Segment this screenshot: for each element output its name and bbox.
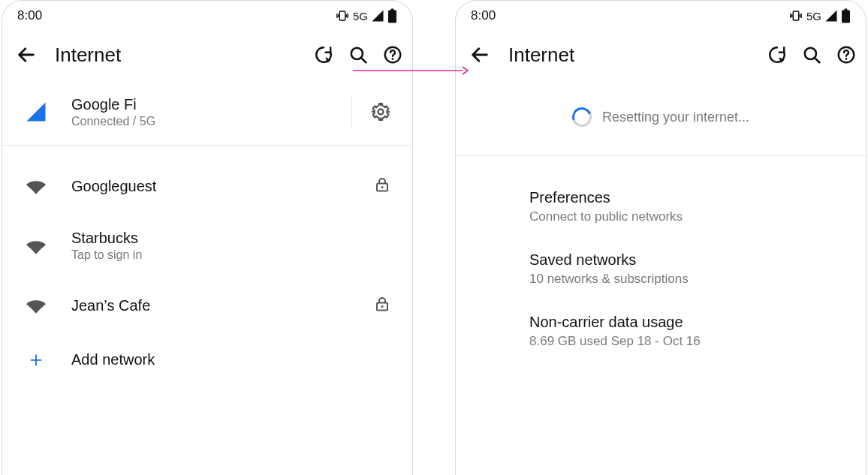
data-usage-row[interactable]: Non-carrier data usage 8.69 GB used Sep … [508,300,866,362]
status-icons: 5G [335,8,397,23]
preferences-row[interactable]: Preferences Connect to public networks [508,176,866,238]
search-button[interactable] [348,44,369,65]
vibrate-icon [335,9,350,23]
network-list: Google Fi Connected / 5G Googleguest [2,79,412,386]
wifi-status: Tap to sign in [71,248,369,262]
carrier-status: Connected / 5G [71,115,311,128]
svg-rect-0 [339,11,345,20]
back-button[interactable] [469,44,490,65]
status-icons: 5G [788,8,851,23]
add-network-label: Add network [71,351,391,368]
svg-point-26 [845,58,848,60]
reset-button[interactable] [313,44,334,65]
page-title: Internet [508,44,767,67]
row-title: Saved networks [529,251,845,269]
carrier-settings-button[interactable] [370,101,391,122]
status-time: 8:00 [471,8,496,23]
spinner-icon [569,104,595,131]
wifi-name: Jean’s Cafe [71,297,351,314]
resetting-label: Resetting your internet... [602,110,749,125]
signal-icon [824,9,838,23]
row-subtitle: Connect to public networks [529,209,845,224]
help-button[interactable] [382,44,403,65]
lock-icon [373,295,391,316]
reset-button[interactable] [767,44,788,65]
wifi-row[interactable]: Starbucks Tap to sign in [2,213,412,278]
saved-networks-row[interactable]: Saved networks 10 networks & subscriptio… [508,238,866,300]
svg-rect-21 [842,11,850,23]
help-button[interactable] [836,44,857,65]
wifi-name: Googleguest [71,178,351,195]
network-type-label: 5G [806,10,821,23]
lock-icon [373,176,391,197]
phone-screen-after: 8:00 5G Internet [455,0,866,475]
row-subtitle: 10 networks & subscriptions [529,272,845,287]
divider [351,95,352,128]
svg-point-10 [392,58,394,60]
svg-rect-22 [845,9,848,11]
row-title: Preferences [529,189,845,206]
svg-point-13 [381,186,384,188]
battery-icon [387,8,397,23]
row-title: Non-carrier data usage [529,314,845,331]
svg-point-15 [381,305,384,308]
battery-icon [841,8,851,23]
status-time: 8:00 [17,8,42,23]
wifi-row[interactable]: Jean’s Cafe [2,278,412,332]
wifi-icon [23,296,49,314]
resetting-status: Resetting your internet... [456,79,866,155]
phone-screen-before: 8:00 5G Internet [2,0,413,475]
plus-icon: ＋ [23,349,49,370]
network-type-label: 5G [353,10,368,23]
wifi-icon [23,237,49,255]
svg-line-24 [815,58,819,62]
wifi-icon [23,177,49,195]
page-title: Internet [55,44,313,67]
wifi-name: Starbucks [71,230,369,247]
signal-icon [371,9,384,23]
status-bar: 8:00 5G [2,1,412,31]
vibrate-icon [788,9,803,23]
svg-rect-5 [388,11,396,23]
add-network-row[interactable]: ＋ Add network [2,332,412,386]
svg-point-11 [378,110,384,115]
svg-rect-16 [793,11,799,20]
search-button[interactable] [801,44,822,65]
row-subtitle: 8.69 GB used Sep 18 - Oct 16 [529,334,845,349]
svg-line-8 [361,58,366,62]
toolbar: Internet [456,31,866,79]
status-bar: 8:00 5G [456,1,866,31]
settings-section: Preferences Connect to public networks S… [456,170,866,362]
carrier-name: Google Fi [71,96,311,113]
cellular-signal-icon [23,101,49,123]
toolbar: Internet [2,31,412,79]
carrier-row[interactable]: Google Fi Connected / 5G [2,79,412,145]
wifi-row[interactable]: Googleguest [2,159,412,213]
svg-rect-6 [391,9,394,11]
back-button[interactable] [16,44,37,65]
